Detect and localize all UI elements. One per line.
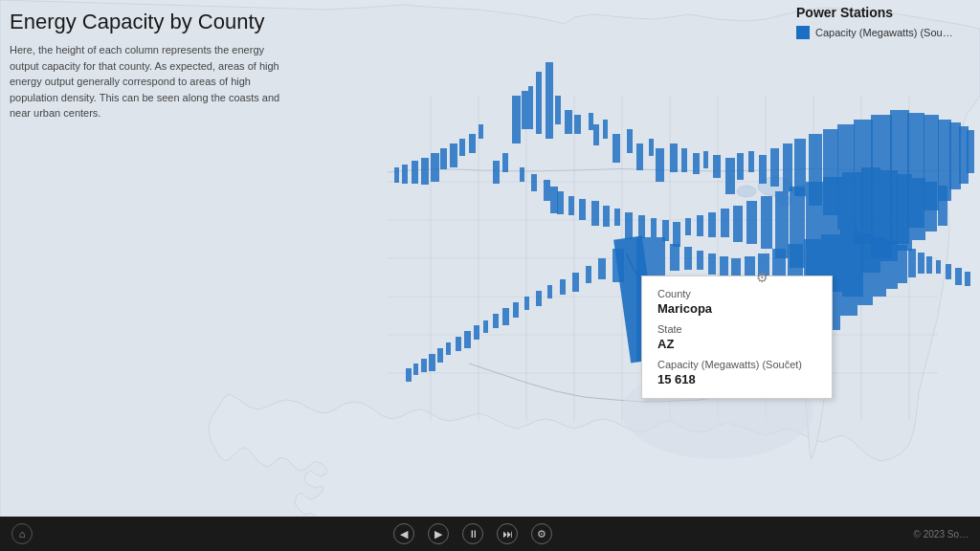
copyright-text: © 2023 So…	[914, 529, 969, 540]
legend-title: Power Stations	[796, 5, 969, 20]
county-label: County	[657, 288, 816, 299]
pause-button[interactable]: ⏸	[462, 523, 483, 544]
legend-label: Capacity (Megawatts) (Sou…	[815, 27, 953, 38]
toolbar-center: ◀ ▶ ⏸ ⏭ ⚙	[393, 523, 552, 544]
chart-title: Energy Capacity by County	[10, 10, 287, 34]
play-button[interactable]: ▶	[428, 523, 449, 544]
legend-item: Capacity (Megawatts) (Sou…	[796, 26, 969, 39]
svg-point-21	[777, 196, 792, 206]
svg-point-18	[758, 177, 792, 196]
bottom-toolbar: ⌂ ◀ ▶ ⏸ ⏭ ⚙ © 2023 So…	[0, 517, 980, 551]
forward-button[interactable]: ⏭	[497, 523, 518, 544]
chart-description: Here, the height of each column represen…	[10, 42, 287, 121]
back-button[interactable]: ◀	[393, 523, 414, 544]
legend-area: Power Stations Capacity (Megawatts) (Sou…	[796, 5, 969, 39]
svg-point-20	[737, 186, 756, 197]
toolbar-left: ⌂	[11, 523, 33, 544]
data-tooltip: County Maricopa State AZ Capacity (Megaw…	[641, 276, 833, 399]
toolbar-right: © 2023 So…	[914, 529, 969, 540]
settings-button[interactable]: ⚙	[531, 523, 552, 544]
state-value: AZ	[657, 337, 816, 351]
settings-gear-icon[interactable]: ⚙	[756, 270, 771, 285]
capacity-label: Capacity (Megawatts) (Součet)	[657, 359, 816, 370]
state-label: State	[657, 323, 816, 335]
svg-point-19	[792, 185, 815, 198]
legend-color-box	[796, 26, 810, 39]
county-value: Maricopa	[657, 301, 816, 316]
title-area: Energy Capacity by County Here, the heig…	[10, 10, 287, 121]
home-button[interactable]: ⌂	[11, 523, 33, 544]
capacity-value: 15 618	[657, 372, 816, 386]
